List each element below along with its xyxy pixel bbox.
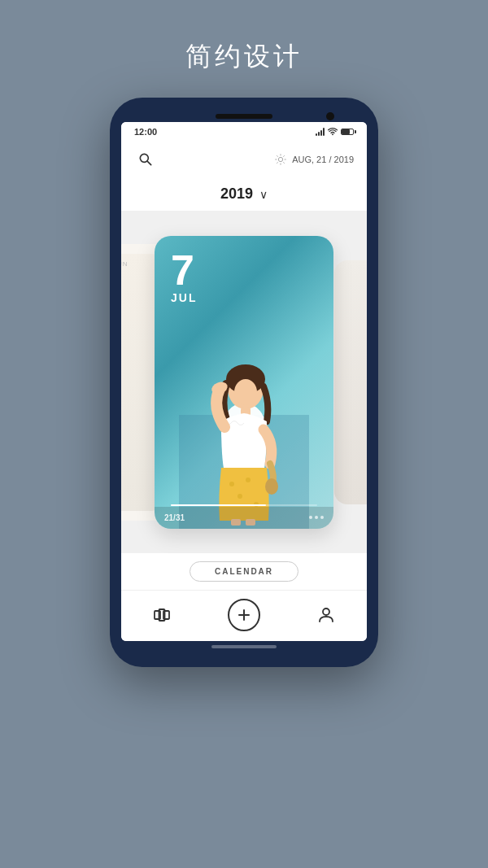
- phone-screen: 12:00: [121, 122, 367, 641]
- main-card[interactable]: 7 JUL 21/31: [155, 236, 333, 529]
- calendar-button[interactable]: CALENDAR: [190, 561, 298, 582]
- card-progress-bar: [171, 504, 317, 506]
- girl-figure: [179, 301, 309, 529]
- bottom-nav: [121, 590, 367, 641]
- svg-line-10: [277, 162, 277, 163]
- card-bottom-bar: 21/31: [155, 507, 333, 529]
- card-date-overlay: 7 JUL: [171, 249, 197, 304]
- status-bar: 12:00: [121, 122, 367, 142]
- svg-point-19: [237, 494, 242, 499]
- status-time: 12:00: [134, 127, 157, 137]
- profile-icon: [316, 605, 336, 625]
- svg-line-8: [277, 155, 277, 156]
- svg-line-9: [284, 162, 285, 163]
- svg-point-20: [246, 478, 251, 482]
- svg-point-16: [234, 379, 257, 405]
- side-card-right: [334, 260, 367, 504]
- date-display: AUG, 21 / 2019: [274, 153, 354, 166]
- chevron-down-icon: ∨: [259, 188, 268, 201]
- card-progress-label: 21/31: [164, 513, 185, 522]
- wifi-icon: [328, 128, 338, 136]
- carousel-area: JUN: [121, 211, 367, 553]
- app-header: AUG, 21 / 2019: [121, 142, 367, 177]
- card-progress-fill: [171, 504, 266, 506]
- phone-front-camera: [326, 112, 334, 120]
- profile-nav-button[interactable]: [312, 600, 341, 630]
- svg-point-3: [279, 157, 283, 161]
- phone-frame: 12:00: [110, 98, 378, 667]
- year-selector[interactable]: 2019 ∨: [121, 177, 367, 211]
- search-icon: [137, 151, 154, 168]
- status-icons: [316, 128, 354, 136]
- phone-top-sensors: [121, 109, 367, 122]
- svg-point-31: [323, 608, 329, 615]
- card-more-dots[interactable]: [309, 516, 324, 519]
- battery-icon: [341, 129, 354, 135]
- gallery-nav-button[interactable]: [147, 600, 176, 630]
- phone-bottom-bar: [121, 641, 367, 656]
- add-nav-button[interactable]: [228, 599, 260, 631]
- header-date: AUG, 21 / 2019: [292, 155, 354, 164]
- svg-line-2: [147, 161, 151, 165]
- svg-point-18: [229, 482, 234, 486]
- home-indicator: [211, 645, 277, 648]
- card-day-number: 7: [171, 249, 197, 291]
- card-month: JUL: [171, 291, 197, 304]
- svg-point-23: [265, 478, 278, 495]
- search-button[interactable]: [134, 148, 157, 171]
- phone-speaker: [216, 114, 272, 119]
- add-icon: [237, 608, 251, 622]
- page-title-text: 简约设计: [185, 39, 303, 75]
- svg-point-0: [332, 134, 333, 136]
- gallery-icon: [152, 605, 172, 625]
- sun-icon: [274, 153, 287, 166]
- signal-icon: [316, 128, 325, 136]
- calendar-button-area: CALENDAR: [121, 553, 367, 590]
- svg-line-11: [284, 155, 285, 156]
- year-text: 2019: [220, 185, 253, 203]
